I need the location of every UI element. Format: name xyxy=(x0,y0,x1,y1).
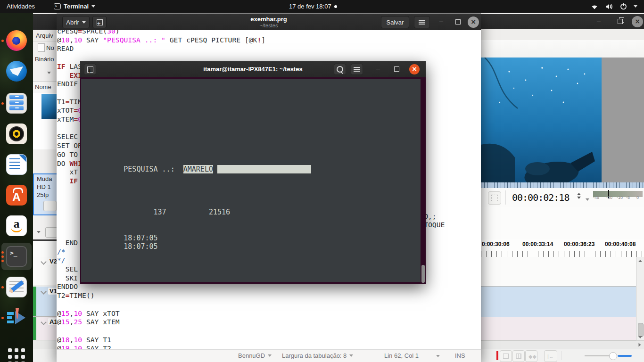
ubuntu-software-icon: A xyxy=(6,185,27,206)
timeline-ruler[interactable]: 0:00:30:06 00:00:33:14 00:00:36:23 00:00… xyxy=(481,239,644,257)
search-button[interactable] xyxy=(334,64,346,75)
cursor-position[interactable]: Lin 62, Col 1 xyxy=(384,352,419,359)
clock-button[interactable]: 17 de fev 18:07 xyxy=(289,0,337,13)
hscroll-edge[interactable] xyxy=(33,340,57,349)
gedit-headerbar[interactable]: Abrir + exemhar.prg ~/testes Salvar – × xyxy=(57,14,481,31)
terminal-body[interactable]: PESQUISA ..: AMARELO 137 21516 18:07:05 … xyxy=(80,77,426,284)
dock-item-terminal[interactable]: >_ xyxy=(5,245,28,268)
timeline-track-v2[interactable] xyxy=(481,257,636,287)
monitor-preview[interactable] xyxy=(481,58,644,182)
close-icon[interactable]: × xyxy=(632,16,643,27)
thunderbird-icon xyxy=(6,61,27,82)
close-icon[interactable]: × xyxy=(468,16,479,28)
dock-item-amazon[interactable]: a xyxy=(5,214,28,237)
monitor-timecode[interactable]: 00:00:02:18 xyxy=(512,192,569,203)
terminal-row xyxy=(81,88,421,96)
terminal-screen: PESQUISA ..: AMARELO 137 21516 18:07:05 … xyxy=(81,79,421,251)
zoom-slider-thumb[interactable] xyxy=(609,352,617,360)
timeline-track-a1[interactable] xyxy=(481,317,636,340)
keyframe-tool-button[interactable]: ◆◆ xyxy=(525,350,537,362)
dropdown-caret-icon[interactable] xyxy=(47,72,51,74)
tab-width-selector[interactable]: Largura da tabulação: 8 xyxy=(282,352,353,359)
razor-tool-button[interactable] xyxy=(500,350,512,362)
terminal-headerbar[interactable]: + itamar@itamar-IPX847E1: ~/testes – × xyxy=(80,61,426,78)
video-editor-titlebar[interactable]: – × xyxy=(481,14,644,30)
dock-item-kdenlive[interactable] xyxy=(5,306,28,329)
monitor-tabs-strip xyxy=(481,29,644,41)
maximize-icon[interactable] xyxy=(455,19,461,25)
clip-card-button[interactable] xyxy=(43,201,57,211)
bin-column-header[interactable]: Nome xyxy=(33,81,57,94)
track-header-v1[interactable]: V1 xyxy=(33,287,57,317)
insert-mode[interactable]: INS xyxy=(455,352,465,359)
maximize-icon[interactable] xyxy=(394,66,399,73)
kdenlive-icon xyxy=(6,307,27,328)
zoom-slider-track[interactable] xyxy=(585,355,612,356)
bin-list[interactable] xyxy=(33,93,57,149)
terminal-scrollbar-thumb[interactable] xyxy=(421,265,425,283)
clip-name-line: Muda xyxy=(37,175,52,182)
zoom-slider-fill[interactable] xyxy=(618,355,632,357)
scroll-up-icon[interactable] xyxy=(638,260,642,262)
code-line: @15,25 SAY xTEM xyxy=(57,318,481,327)
monitor-seek-ruler[interactable] xyxy=(481,182,644,188)
running-indicator-dot xyxy=(1,255,4,258)
goto-start-button[interactable]: |← xyxy=(544,350,557,362)
bottom-toolbar-edge xyxy=(33,349,57,362)
statusbar-caret-icon[interactable] xyxy=(436,355,440,357)
menu-file[interactable]: Arquiv xyxy=(36,32,53,39)
track-header-a1[interactable]: A1 xyxy=(33,317,57,340)
dock-item-ubuntu-software[interactable]: A xyxy=(5,184,28,206)
dock-item-thunderbird[interactable] xyxy=(5,60,28,82)
separator xyxy=(561,351,561,360)
scroll-right-icon[interactable] xyxy=(639,343,641,347)
minimize-icon[interactable]: – xyxy=(376,65,380,72)
menu-button[interactable] xyxy=(351,64,363,75)
system-menu-caret-icon xyxy=(634,5,637,8)
monitor-menu-caret-icon[interactable] xyxy=(586,198,589,201)
dock-item-app-grid[interactable] xyxy=(5,346,28,362)
selected-clip-card[interactable]: Muda HD 1 25fp xyxy=(33,173,57,215)
dock-item-firefox[interactable] xyxy=(5,29,28,52)
code-line: T2=TIME() xyxy=(57,291,481,300)
terminal-row xyxy=(81,96,421,105)
save-button-label: Salvar xyxy=(387,19,404,26)
timecode-spinner[interactable] xyxy=(577,193,581,199)
scroll-down-icon[interactable] xyxy=(638,336,642,338)
clip-thumbnail[interactable] xyxy=(41,94,57,119)
dock-item-libreoffice-writer[interactable] xyxy=(5,153,28,176)
dropdown-caret-icon[interactable] xyxy=(37,231,41,233)
close-icon[interactable]: × xyxy=(409,64,420,74)
timeline-hscrollbar[interactable] xyxy=(481,340,644,349)
dock-item-rhythmbox[interactable] xyxy=(5,123,28,145)
save-button[interactable]: Salvar xyxy=(381,16,409,28)
terminal-row xyxy=(81,122,421,131)
language-selector[interactable]: BennuGD xyxy=(238,352,272,359)
project-bin-title[interactable]: Binário xyxy=(35,56,54,63)
vscroll-thumb[interactable] xyxy=(638,323,644,337)
gedit-icon xyxy=(6,277,27,297)
dock-item-files[interactable] xyxy=(5,92,28,115)
toolbar-button-edge[interactable] xyxy=(45,227,58,238)
code-line: @18,10 SAY T1 xyxy=(57,336,481,345)
region-select-button[interactable] xyxy=(488,191,501,205)
dock-item-gedit[interactable] xyxy=(5,276,28,298)
rhythmbox-icon xyxy=(6,123,27,144)
timeline-vscrollbar[interactable] xyxy=(636,257,644,340)
terminal-row xyxy=(81,173,421,182)
activities-button[interactable]: Atividades xyxy=(7,0,35,13)
project-window-left-edge: Arquiv No Binário Nome Muda HD 1 25fp xyxy=(33,13,57,362)
project-window-titlebar[interactable] xyxy=(33,14,57,30)
monitor-toolbar-strip xyxy=(481,40,644,58)
menu-button[interactable] xyxy=(414,16,430,28)
system-status-area[interactable] xyxy=(590,0,637,13)
minimize-icon[interactable]: – xyxy=(439,18,443,25)
film-tool-button[interactable] xyxy=(512,350,525,362)
meter-label: -10 xyxy=(617,195,623,200)
timeline-track-v1[interactable] xyxy=(481,287,636,317)
restore-icon[interactable] xyxy=(618,18,623,25)
minimize-icon[interactable]: – xyxy=(597,18,601,25)
terminal-row xyxy=(81,79,421,88)
app-menu-button[interactable]: > Terminal xyxy=(54,0,95,13)
track-header-v2[interactable]: V2 xyxy=(33,257,57,286)
